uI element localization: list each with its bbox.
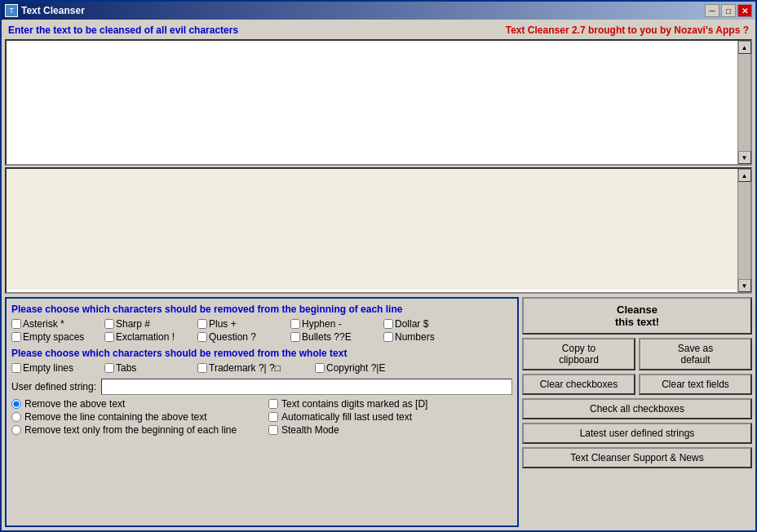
checkbox-sharp-label: Sharp # bbox=[116, 318, 150, 330]
checkbox-digits: Text contains digits marked as [D] bbox=[268, 398, 512, 410]
maximize-button[interactable]: □ bbox=[721, 4, 736, 17]
checkbox-asterisk: Asterisk * bbox=[11, 318, 101, 330]
cleanse-line2: this text! bbox=[615, 316, 659, 328]
radio-remove-above: Remove the above text bbox=[11, 398, 255, 410]
title-bar: T Text Cleanser ─ □ ✕ bbox=[2, 2, 755, 20]
save-as-default-button[interactable]: Save as default bbox=[639, 338, 752, 370]
checkbox-digits-input[interactable] bbox=[268, 399, 278, 409]
checkbox-tabs-label: Tabs bbox=[116, 362, 136, 374]
output-scroll-down-arrow[interactable]: ▼ bbox=[738, 279, 751, 292]
whole-text-section-title: Please choose which characters should be… bbox=[11, 348, 512, 359]
radio-remove-beginning-label: Remove text only from the beginning of e… bbox=[24, 424, 237, 436]
radio-remove-beginning-input[interactable] bbox=[11, 425, 21, 435]
checkbox-empty-lines: Empty lines bbox=[11, 362, 101, 374]
checkbox-numbers-input[interactable] bbox=[383, 332, 393, 342]
checkbox-trademark-input[interactable] bbox=[197, 363, 207, 373]
copy-to-clipboard-button[interactable]: Copy to clipboard bbox=[522, 338, 635, 370]
checkbox-stealth-label: Stealth Mode bbox=[281, 424, 339, 436]
checkbox-copyright-input[interactable] bbox=[315, 363, 325, 373]
checkbox-asterisk-label: Asterisk * bbox=[23, 318, 64, 330]
checkbox-dollar: Dollar $ bbox=[383, 318, 473, 330]
scroll-track bbox=[738, 54, 750, 151]
checkbox-bullets-label: Bullets ??E bbox=[302, 331, 352, 343]
textarea-section: ▲ ▼ ▲ ▼ bbox=[5, 39, 752, 294]
copy-line1: Copy to bbox=[562, 343, 595, 354]
checkbox-exclamation-label: Exclamation ! bbox=[116, 331, 175, 343]
main-content: Please choose which characters should be… bbox=[5, 297, 752, 527]
checkbox-digits-label: Text contains digits marked as [D] bbox=[281, 398, 427, 410]
scroll-up-arrow[interactable]: ▲ bbox=[738, 41, 751, 54]
radio-col: Remove the above text Remove the line co… bbox=[11, 398, 255, 437]
checkbox-dollar-label: Dollar $ bbox=[395, 318, 428, 330]
output-textarea[interactable] bbox=[7, 169, 750, 290]
checkbox-exclamation-input[interactable] bbox=[104, 332, 114, 342]
checkbox-autofill-input[interactable] bbox=[268, 412, 278, 422]
radio-remove-above-input[interactable] bbox=[11, 399, 21, 409]
checkbox-copyright-label: Copyright ?|E bbox=[326, 362, 386, 374]
checkbox-numbers: Numbers bbox=[383, 331, 473, 343]
clear-row: Clear checkboxes Clear text fields bbox=[522, 374, 752, 395]
beginning-checkboxes-row2: Empty spaces Exclamation ! Question ? Bu… bbox=[11, 331, 512, 343]
options-col: Text contains digits marked as [D] Autom… bbox=[268, 398, 512, 437]
output-textarea-wrapper: ▲ ▼ bbox=[5, 167, 752, 294]
output-scroll-up-arrow[interactable]: ▲ bbox=[738, 169, 751, 182]
clear-text-fields-button[interactable]: Clear text fields bbox=[639, 374, 752, 395]
input-textarea-wrapper: ▲ ▼ bbox=[5, 39, 752, 166]
checkbox-empty-spaces-label: Empty spaces bbox=[23, 331, 84, 343]
window-body: Enter the text to be cleansed of all evi… bbox=[2, 20, 755, 530]
checkbox-numbers-label: Numbers bbox=[395, 331, 435, 343]
checkbox-dollar-input[interactable] bbox=[383, 319, 393, 329]
checkbox-sharp: Sharp # bbox=[104, 318, 194, 330]
cleanse-line1: Cleanse bbox=[617, 304, 657, 316]
checkbox-bullets-input[interactable] bbox=[290, 332, 300, 342]
title-bar-left: T Text Cleanser bbox=[5, 4, 85, 17]
radio-remove-line-label: Remove the line containing the above tex… bbox=[24, 411, 206, 423]
main-window: T Text Cleanser ─ □ ✕ Enter the text to … bbox=[0, 0, 757, 532]
support-news-button[interactable]: Text Cleanser Support & News bbox=[522, 447, 752, 468]
check-all-checkboxes-button[interactable]: Check all checkboxes bbox=[522, 398, 752, 419]
checkbox-copyright: Copyright ?|E bbox=[315, 362, 405, 374]
output-scroll-track bbox=[738, 182, 750, 279]
close-button[interactable]: ✕ bbox=[737, 4, 752, 17]
copy-save-row: Copy to clipboard Save as default bbox=[522, 338, 752, 370]
checkbox-empty-lines-input[interactable] bbox=[11, 363, 21, 373]
checkbox-empty-spaces: Empty spaces bbox=[11, 331, 101, 343]
checkbox-tabs-input[interactable] bbox=[104, 363, 114, 373]
input-textarea[interactable] bbox=[7, 41, 750, 162]
checkbox-plus-input[interactable] bbox=[197, 319, 207, 329]
checkbox-empty-spaces-input[interactable] bbox=[11, 332, 21, 342]
save-line2: default bbox=[680, 354, 710, 366]
checkbox-sharp-input[interactable] bbox=[104, 319, 114, 329]
user-defined-row: User defined string: bbox=[11, 379, 512, 395]
checkbox-stealth-input[interactable] bbox=[268, 425, 278, 435]
checkbox-hyphen: Hyphen - bbox=[290, 318, 380, 330]
checkbox-plus: Plus + bbox=[197, 318, 287, 330]
minimize-button[interactable]: ─ bbox=[705, 4, 719, 17]
copy-line2: clipboard bbox=[559, 354, 599, 366]
user-defined-input[interactable] bbox=[101, 379, 512, 395]
version-label: Text Cleanser 2.7 brought to you by Noza… bbox=[506, 24, 749, 36]
radio-remove-beginning: Remove text only from the beginning of e… bbox=[11, 424, 255, 436]
checkbox-autofill-label: Automatically fill last used text bbox=[281, 411, 412, 423]
input-instruction-label: Enter the text to be cleansed of all evi… bbox=[8, 24, 238, 36]
checkbox-empty-lines-label: Empty lines bbox=[23, 362, 73, 374]
checkbox-question-input[interactable] bbox=[197, 332, 207, 342]
scroll-down-arrow[interactable]: ▼ bbox=[738, 151, 751, 164]
checkbox-trademark: Trademark ?| ?□ bbox=[197, 362, 312, 374]
checkbox-hyphen-label: Hyphen - bbox=[302, 318, 342, 330]
checkbox-question: Question ? bbox=[197, 331, 287, 343]
latest-user-defined-button[interactable]: Latest user defined strings bbox=[522, 423, 752, 444]
checkbox-asterisk-input[interactable] bbox=[11, 319, 21, 329]
radio-remove-line-input[interactable] bbox=[11, 412, 21, 422]
title-buttons: ─ □ ✕ bbox=[705, 4, 752, 17]
cleanse-button[interactable]: Cleanse this text! bbox=[522, 297, 752, 335]
bottom-left: Remove the above text Remove the line co… bbox=[11, 398, 512, 437]
checkbox-hyphen-input[interactable] bbox=[290, 319, 300, 329]
left-panel: Please choose which characters should be… bbox=[5, 297, 519, 527]
output-scrollbar[interactable]: ▲ ▼ bbox=[737, 169, 750, 292]
input-scrollbar[interactable]: ▲ ▼ bbox=[737, 41, 750, 164]
right-panel: Cleanse this text! Copy to clipboard Sav… bbox=[522, 297, 752, 527]
section-divider: Please choose which characters should be… bbox=[11, 348, 512, 374]
checkbox-plus-label: Plus + bbox=[209, 318, 237, 330]
clear-checkboxes-button[interactable]: Clear checkboxes bbox=[522, 374, 635, 395]
